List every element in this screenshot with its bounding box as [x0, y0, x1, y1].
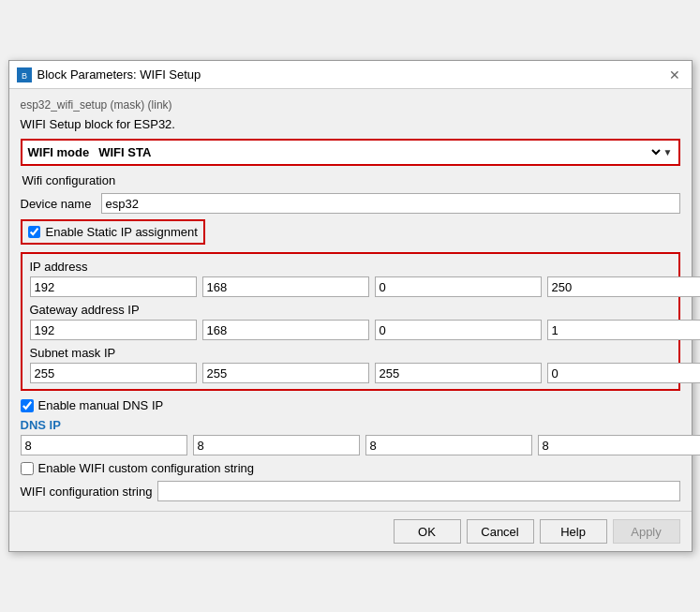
subnet-octet-2[interactable]	[202, 363, 369, 383]
custom-config-checkbox-row: Enable WIFI custom configuration string	[21, 461, 680, 475]
ip-address-octet-1[interactable]	[30, 276, 197, 297]
subnet-mask-label: Subnet mask IP	[30, 346, 671, 360]
manual-dns-checkbox-row: Enable manual DNS IP	[21, 398, 680, 412]
manual-dns-checkbox[interactable]	[21, 399, 34, 412]
custom-config-label: Enable WIFI custom configuration string	[38, 461, 255, 475]
ip-address-group: IP address	[30, 260, 671, 297]
manual-dns-label: Enable manual DNS IP	[38, 398, 164, 412]
gateway-octet-2[interactable]	[202, 320, 369, 340]
description-text: WIFI Setup block for ESP32.	[21, 117, 680, 131]
title-bar: B Block Parameters: WIFI Setup ✕	[9, 61, 692, 89]
dns-ip-section-label: DNS IP	[21, 418, 680, 432]
gateway-address-group: Gateway address IP	[30, 303, 671, 340]
device-name-label: Device name	[21, 197, 96, 211]
wifi-mode-select[interactable]: WIFI STA WIFI AP	[95, 144, 663, 160]
custom-config-checkbox[interactable]	[21, 462, 34, 475]
dropdown-arrow-icon: ▼	[663, 147, 673, 157]
gateway-octet-4[interactable]	[547, 320, 701, 340]
gateway-octet-1[interactable]	[30, 320, 197, 340]
dialog-window: B Block Parameters: WIFI Setup ✕ esp32_w…	[8, 60, 693, 552]
wifi-config-section-label: Wifi configuration	[22, 173, 680, 187]
dns-ip-section: DNS IP	[21, 418, 680, 455]
cancel-button[interactable]: Cancel	[467, 519, 534, 544]
svg-text:B: B	[21, 71, 26, 81]
subnet-mask-group: Subnet mask IP	[30, 346, 671, 383]
dns-octet-3[interactable]	[365, 435, 532, 455]
config-string-input[interactable]	[157, 481, 679, 501]
dns-ip-row	[21, 435, 680, 455]
device-name-row: Device name	[21, 193, 680, 214]
gateway-address-label: Gateway address IP	[30, 303, 671, 317]
window-icon: B	[17, 67, 32, 82]
subtitle-text: esp32_wifi_setup (mask) (link)	[21, 98, 680, 112]
ip-address-octet-4[interactable]	[547, 276, 701, 297]
config-string-label: WIFI configuration string	[21, 485, 153, 499]
ip-address-octet-3[interactable]	[375, 276, 542, 297]
ok-button[interactable]: OK	[394, 519, 461, 544]
ip-address-row	[30, 276, 671, 297]
dialog-body: esp32_wifi_setup (mask) (link) WIFI Setu…	[9, 89, 692, 511]
static-ip-checkbox-box: Enable Static IP assignment	[21, 219, 205, 245]
gateway-address-row	[30, 320, 671, 340]
dialog-title: Block Parameters: WIFI Setup	[37, 67, 201, 82]
gateway-octet-3[interactable]	[375, 320, 542, 340]
help-button[interactable]: Help	[540, 519, 607, 544]
subnet-octet-4[interactable]	[547, 363, 701, 383]
dns-octet-4[interactable]	[538, 435, 701, 455]
dns-octet-1[interactable]	[21, 435, 187, 455]
subnet-octet-3[interactable]	[375, 363, 542, 383]
ip-section: IP address Gateway address IP	[21, 252, 680, 391]
ip-address-label: IP address	[30, 260, 671, 274]
dns-octet-2[interactable]	[193, 435, 360, 455]
ip-address-octet-2[interactable]	[202, 276, 369, 297]
wifi-mode-label: WIFI mode	[28, 145, 90, 159]
subnet-octet-1[interactable]	[30, 363, 197, 383]
close-button[interactable]: ✕	[665, 66, 684, 84]
config-string-row: WIFI configuration string	[21, 481, 680, 501]
apply-button[interactable]: Apply	[613, 519, 680, 544]
button-bar: OK Cancel Help Apply	[9, 511, 692, 551]
static-ip-label: Enable Static IP assignment	[46, 225, 198, 239]
wifi-mode-row: WIFI mode WIFI STA WIFI AP ▼	[21, 139, 680, 166]
static-ip-checkbox[interactable]	[28, 226, 40, 238]
subnet-mask-row	[30, 363, 671, 383]
device-name-input[interactable]	[101, 193, 680, 214]
title-bar-left: B Block Parameters: WIFI Setup	[17, 67, 201, 82]
